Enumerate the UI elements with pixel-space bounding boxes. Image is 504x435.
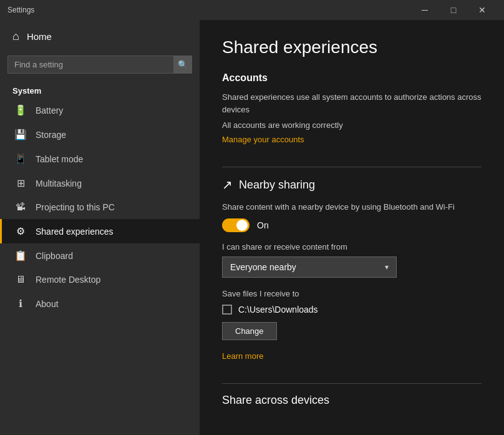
- battery-icon: 🔋: [14, 104, 27, 116]
- file-path-text: C:\Users\Downloads: [238, 305, 318, 315]
- maximize-button[interactable]: □: [439, 0, 468, 20]
- sidebar-item-about[interactable]: ℹ About: [0, 291, 200, 316]
- learn-more-link[interactable]: Learn more: [222, 351, 263, 361]
- file-path-checkbox[interactable]: [222, 305, 232, 315]
- sidebar-item-projecting[interactable]: 📽 Projecting to this PC: [0, 195, 200, 219]
- titlebar: Settings ─ □ ✕: [0, 0, 504, 20]
- dropdown-value: Everyone nearby: [230, 262, 296, 272]
- search-input[interactable]: [7, 56, 192, 74]
- accounts-section-title: Accounts: [222, 72, 482, 84]
- main-content: Shared experiences Accounts Shared exper…: [200, 20, 504, 435]
- sidebar-item-label: About: [36, 299, 59, 309]
- save-files-label: Save files I receive to: [222, 289, 482, 298]
- sidebar-item-label: Shared experiences: [36, 227, 114, 237]
- sidebar-item-storage[interactable]: 💾 Storage: [0, 122, 200, 147]
- share-across-title: Share across devices: [222, 394, 482, 407]
- multitasking-icon: ⊞: [14, 177, 27, 189]
- shared-experiences-icon: ⚙: [14, 225, 27, 237]
- search-button[interactable]: 🔍: [173, 56, 192, 74]
- accounts-status: All accounts are working correctly: [222, 120, 482, 130]
- nearby-sharing-description: Share content with a nearby device by us…: [222, 201, 482, 213]
- sidebar-item-label: Clipboard: [36, 251, 73, 261]
- tablet-icon: 📱: [14, 153, 27, 165]
- chevron-down-icon: ▾: [385, 263, 389, 271]
- share-from-dropdown[interactable]: Everyone nearby ▾: [222, 257, 397, 278]
- toggle-knob: [236, 220, 248, 231]
- sidebar-item-clipboard[interactable]: 📋 Clipboard: [0, 243, 200, 268]
- about-icon: ℹ: [14, 298, 27, 310]
- sidebar-item-label: Tablet mode: [36, 154, 83, 164]
- nearby-sharing-toggle[interactable]: [222, 218, 250, 232]
- minimize-button[interactable]: ─: [410, 0, 439, 20]
- sidebar: ⌂ Home 🔍 System 🔋 Battery 💾 Storage 📱 Ta…: [0, 20, 200, 435]
- nearby-sharing-icon: ↗: [222, 177, 233, 192]
- toggle-label: On: [257, 220, 269, 230]
- section-divider: [222, 167, 482, 167]
- sidebar-home-button[interactable]: ⌂ Home: [0, 20, 200, 53]
- sidebar-search-container: 🔍: [7, 56, 192, 74]
- storage-icon: 💾: [14, 129, 27, 140]
- clipboard-icon: 📋: [14, 250, 27, 261]
- home-icon: ⌂: [12, 30, 19, 43]
- projecting-icon: 📽: [14, 202, 27, 213]
- sidebar-home-label: Home: [27, 31, 52, 42]
- section-divider-2: [222, 383, 482, 384]
- close-button[interactable]: ✕: [468, 0, 497, 20]
- app-body: ⌂ Home 🔍 System 🔋 Battery 💾 Storage 📱 Ta…: [0, 20, 504, 435]
- sidebar-item-shared-experiences[interactable]: ⚙ Shared experiences: [0, 219, 200, 243]
- change-button[interactable]: Change: [222, 322, 277, 340]
- titlebar-title: Settings: [7, 6, 34, 14]
- sidebar-item-label: Battery: [36, 105, 63, 115]
- nearby-sharing-title: Nearby sharing: [239, 178, 315, 192]
- nearby-sharing-header: ↗ Nearby sharing: [222, 177, 482, 192]
- titlebar-controls: ─ □ ✕: [410, 0, 497, 20]
- dropdown-label: I can share or receive content from: [222, 242, 482, 252]
- sidebar-item-battery[interactable]: 🔋 Battery: [0, 98, 200, 122]
- sidebar-item-label: Projecting to this PC: [36, 202, 115, 212]
- sidebar-item-label: Remote Desktop: [36, 275, 100, 285]
- sidebar-item-label: Multitasking: [36, 178, 82, 188]
- sidebar-item-tablet-mode[interactable]: 📱 Tablet mode: [0, 147, 200, 171]
- manage-accounts-link[interactable]: Manage your accounts: [222, 135, 304, 144]
- page-title: Shared experiences: [222, 37, 482, 57]
- accounts-description: Shared experiences use all system accoun…: [222, 91, 482, 115]
- sidebar-item-remote-desktop[interactable]: 🖥 Remote Desktop: [0, 268, 200, 291]
- sidebar-item-label: Storage: [36, 130, 66, 140]
- sidebar-section-label: System: [0, 81, 200, 98]
- sidebar-item-multitasking[interactable]: ⊞ Multitasking: [0, 171, 200, 195]
- file-path-row: C:\Users\Downloads: [222, 305, 482, 315]
- learn-more-container: Learn more: [222, 350, 482, 373]
- remote-desktop-icon: 🖥: [14, 274, 27, 285]
- nearby-sharing-toggle-row: On: [222, 218, 482, 232]
